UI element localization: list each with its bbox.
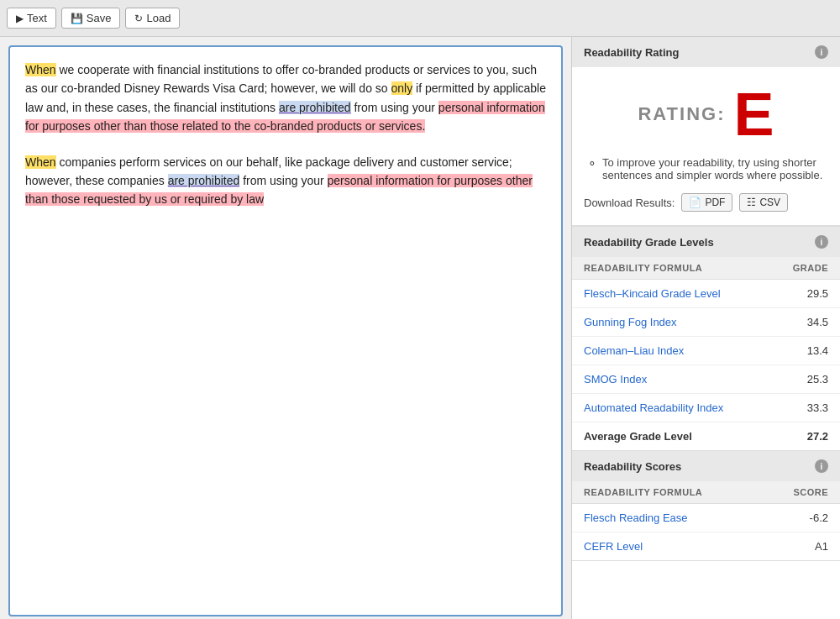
scores-info-icon[interactable]: i xyxy=(815,459,828,473)
grade-col-formula: READABILITY FORMULA xyxy=(572,257,769,280)
grade-levels-title: Readability Grade Levels xyxy=(584,236,714,249)
grade-formula-link[interactable]: Coleman–Liau Index xyxy=(584,344,684,357)
grade-table-row: Flesch–Kincaid Grade Level29.5 xyxy=(572,280,840,308)
right-panel: Readability Rating i RATING: E ⚬ To impr… xyxy=(571,37,840,619)
score-col-formula: READABILITY FORMULA xyxy=(572,481,762,504)
text-icon: ▶ xyxy=(16,13,24,24)
grade-formula-link[interactable]: Automated Readability Index xyxy=(584,401,723,414)
rating-section: Readability Rating i RATING: E ⚬ To impr… xyxy=(572,37,840,227)
load-button[interactable]: ↻ Load xyxy=(125,8,180,29)
grade-levels-section: Readability Grade Levels i READABILITY F… xyxy=(572,227,840,451)
save-icon: 💾 xyxy=(71,13,83,24)
download-label: Download Results: xyxy=(584,197,675,209)
save-button[interactable]: 💾 Save xyxy=(61,8,121,29)
grade-col-grade: GRADE xyxy=(769,257,840,280)
tip-text: To improve your readability, try using s… xyxy=(602,156,825,181)
pdf-button-label: PDF xyxy=(705,197,725,208)
grade-levels-header: Readability Grade Levels i xyxy=(572,227,840,257)
rating-value-display: RATING: E xyxy=(584,84,828,144)
score-col-score: SCORE xyxy=(762,481,840,504)
rating-display-area: RATING: E ⚬ To improve your readability,… xyxy=(572,67,840,226)
download-row: Download Results: 📄 PDF ☷ CSV xyxy=(584,193,828,212)
pdf-icon: 📄 xyxy=(689,197,701,208)
grade-value: 29.5 xyxy=(769,280,840,308)
tip-icon: ⚬ xyxy=(587,157,597,170)
editor-box[interactable]: When we cooperate with financial institu… xyxy=(8,45,563,616)
grade-formula-label: Average Grade Level xyxy=(572,422,769,451)
rating-header: Readability Rating i xyxy=(572,37,840,67)
grade-levels-info-icon[interactable]: i xyxy=(815,235,828,249)
grade-table-row: Automated Readability Index33.3 xyxy=(572,394,840,422)
grade-formula-link[interactable]: Gunning Fog Index xyxy=(584,316,677,328)
rating-letter: E xyxy=(734,84,774,144)
main-content: When we cooperate with financial institu… xyxy=(0,37,840,619)
score-value: A1 xyxy=(762,532,840,561)
score-formula-link[interactable]: CEFR Level xyxy=(584,540,643,553)
scores-section: Readability Scores i READABILITY FORMULA… xyxy=(572,451,840,561)
grade-table-row: Average Grade Level27.2 xyxy=(572,422,840,451)
paragraph-2: When companies perform services on our b… xyxy=(25,153,546,209)
grade-table-row: SMOG Index25.3 xyxy=(572,365,840,394)
score-value: -6.2 xyxy=(762,504,840,532)
score-formula-link[interactable]: Flesch Reading Ease xyxy=(584,511,688,524)
load-button-label: Load xyxy=(146,12,171,24)
grade-levels-table: READABILITY FORMULA GRADE Flesch–Kincaid… xyxy=(572,257,840,450)
rating-title: Readability Rating xyxy=(584,46,679,59)
score-table-row: Flesch Reading Ease-6.2 xyxy=(572,504,840,532)
grade-value: 33.3 xyxy=(769,394,840,422)
csv-button-label: CSV xyxy=(759,197,780,208)
text-button[interactable]: ▶ Text xyxy=(7,8,56,29)
toolbar: ▶ Text 💾 Save ↻ Load xyxy=(0,0,840,37)
grade-formula-link[interactable]: Flesch–Kincaid Grade Level xyxy=(584,287,721,300)
csv-icon: ☷ xyxy=(747,197,756,208)
editor-panel: When we cooperate with financial institu… xyxy=(0,37,571,619)
pdf-download-button[interactable]: 📄 PDF xyxy=(681,193,732,212)
grade-table-row: Gunning Fog Index34.5 xyxy=(572,308,840,337)
grade-value: 27.2 xyxy=(769,422,840,451)
rating-label: RATING: xyxy=(638,103,725,125)
csv-download-button[interactable]: ☷ CSV xyxy=(739,193,788,212)
rating-tip: ⚬ To improve your readability, try using… xyxy=(584,156,828,181)
grade-value: 13.4 xyxy=(769,337,840,365)
grade-table-row: Coleman–Liau Index13.4 xyxy=(572,337,840,365)
scores-title: Readability Scores xyxy=(584,460,681,473)
score-table-row: CEFR LevelA1 xyxy=(572,532,840,561)
scores-table: READABILITY FORMULA SCORE Flesch Reading… xyxy=(572,481,840,560)
grade-value: 25.3 xyxy=(769,365,840,394)
save-button-label: Save xyxy=(87,12,112,24)
grade-value: 34.5 xyxy=(769,308,840,337)
load-icon: ↻ xyxy=(134,13,143,24)
paragraph-1: When we cooperate with financial institu… xyxy=(25,60,546,136)
rating-info-icon[interactable]: i xyxy=(815,45,828,59)
grade-formula-link[interactable]: SMOG Index xyxy=(584,373,647,386)
scores-header: Readability Scores i xyxy=(572,451,840,481)
text-button-label: Text xyxy=(27,12,47,24)
